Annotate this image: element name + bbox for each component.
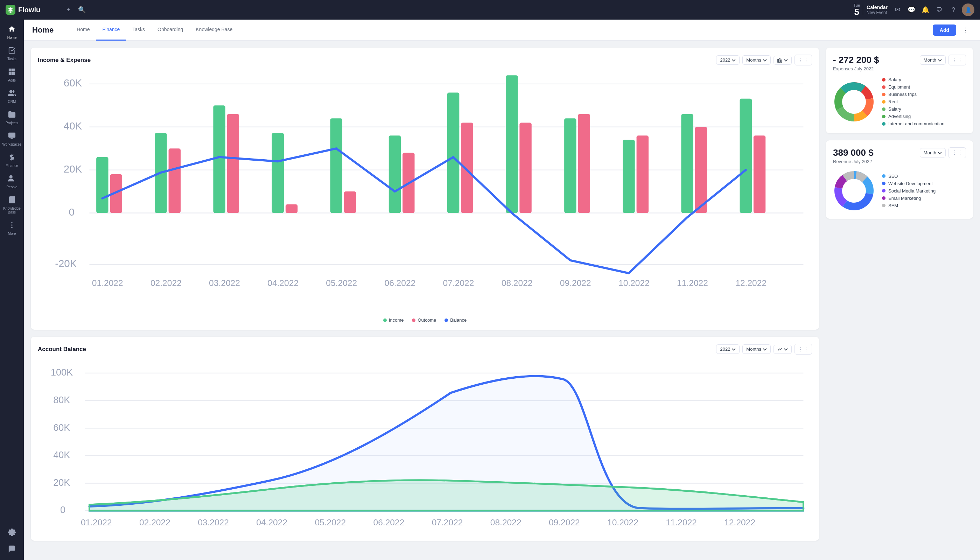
legend-outcome: Outcome — [412, 317, 436, 323]
legend-seo: SEO — [882, 173, 935, 179]
ab-chart-type[interactable] — [773, 345, 792, 354]
help-icon-button[interactable]: ? — [948, 4, 959, 15]
legend-social-media: Social Media Marketing — [882, 188, 935, 193]
svg-text:11.2022: 11.2022 — [666, 518, 697, 527]
svg-text:60K: 60K — [64, 77, 82, 88]
sidebar-item-projects[interactable]: Projects — [2, 108, 22, 128]
revenue-card: 389 000 $ Revenue July 2022 Month ⋮⋮ — [826, 140, 973, 219]
website-dev-dot — [882, 182, 885, 185]
tab-onboarding[interactable]: Onboarding — [151, 20, 189, 41]
grid-view-button[interactable]: ⋮⋮ — [795, 55, 812, 65]
tab-knowledge[interactable]: Knowledge Base — [189, 20, 239, 41]
ab-period-filter[interactable]: Months — [742, 344, 771, 354]
tab-finance[interactable]: Finance — [96, 20, 126, 41]
revenue-legend: SEO Website Development Social Media Mar… — [882, 173, 935, 208]
expenses-label: Expenses July 2022 — [833, 66, 879, 72]
page-title: Home — [32, 25, 53, 35]
calendar-widget[interactable]: Tue 5 Calendar New Event — [853, 3, 888, 17]
ab-grid-view[interactable]: ⋮⋮ — [795, 344, 812, 355]
svg-rect-30 — [227, 114, 239, 213]
sidebar-item-workspaces[interactable]: Workspaces — [2, 129, 22, 149]
bell-icon-button[interactable]: 🔔 — [920, 4, 931, 15]
income-expense-legend: Income Outcome Balance — [38, 317, 812, 323]
calendar-subtitle: New Event — [867, 10, 888, 15]
projects-icon — [8, 111, 16, 120]
svg-rect-44 — [637, 135, 648, 213]
svg-rect-47 — [740, 99, 752, 213]
sidebar-item-label: People — [6, 185, 17, 189]
sidebar: Home Tasks Agile CRM Projects — [0, 20, 24, 560]
internet-dot — [882, 122, 885, 126]
user-avatar[interactable]: 👤 — [962, 3, 974, 16]
calendar-info: Calendar New Event — [863, 5, 888, 15]
sidebar-item-feedback[interactable] — [2, 542, 22, 557]
svg-rect-32 — [286, 204, 298, 213]
svg-rect-41 — [564, 118, 576, 213]
logo[interactable]: Flowlu — [6, 5, 55, 15]
svg-rect-14 — [781, 60, 782, 62]
expenses-donut-section: Salary Equipment Business trips — [833, 77, 966, 127]
expenses-grid-btn[interactable]: ⋮⋮ — [948, 55, 966, 65]
svg-rect-40 — [519, 122, 531, 213]
comment-icon-button[interactable]: 🗩 — [934, 4, 945, 15]
sidebar-item-label: Home — [7, 36, 17, 40]
income-expense-card: Income & Expense 2022 Months — [31, 48, 819, 330]
sidebar-item-tasks[interactable]: Tasks — [2, 44, 22, 64]
search-button[interactable]: 🔍 — [76, 4, 88, 15]
more-options-button[interactable]: ⋮ — [959, 25, 972, 36]
sidebar-item-label: Knowledge Base — [3, 207, 21, 214]
svg-text:60K: 60K — [53, 422, 70, 433]
legend-equipment: Equipment — [882, 84, 944, 90]
legend-income: Income — [383, 317, 404, 323]
add-button[interactable]: Add — [933, 25, 956, 36]
feedback-icon — [8, 545, 16, 554]
sidebar-item-crm[interactable]: CRM — [2, 87, 22, 107]
svg-text:07.2022: 07.2022 — [432, 518, 463, 527]
revenue-stats: 389 000 $ Revenue July 2022 — [833, 147, 873, 164]
advertising-dot — [882, 115, 885, 118]
sidebar-item-home[interactable]: Home — [2, 22, 22, 42]
revenue-period-filter[interactable]: Month — [920, 148, 946, 158]
sidebar-item-knowledge[interactable]: Knowledge Base — [2, 193, 22, 217]
svg-rect-2 — [9, 72, 11, 75]
year-filter[interactable]: 2022 — [716, 55, 740, 65]
legend-email-marketing: Email Marketing — [882, 196, 935, 201]
sidebar-item-people[interactable]: People — [2, 172, 22, 192]
income-expense-svg: 60K 40K 20K 0 -20K — [38, 71, 812, 312]
email-marketing-dot — [882, 197, 885, 200]
sidebar-item-more[interactable]: More — [2, 218, 22, 238]
legend-business-trips: Business trips — [882, 92, 944, 97]
svg-text:08.2022: 08.2022 — [490, 518, 522, 527]
ab-year-filter[interactable]: 2022 — [716, 344, 740, 354]
finance-icon — [8, 153, 16, 163]
chat-icon-button[interactable]: 💬 — [906, 4, 917, 15]
sidebar-item-agile[interactable]: Agile — [2, 65, 22, 85]
svg-text:05.2022: 05.2022 — [315, 518, 346, 527]
legend-salary-2: Salary — [882, 107, 944, 112]
sem-dot — [882, 204, 885, 207]
svg-rect-38 — [461, 122, 473, 213]
income-expense-chart: 60K 40K 20K 0 -20K — [38, 71, 812, 313]
left-panels: Income & Expense 2022 Months — [31, 48, 819, 541]
tab-tasks[interactable]: Tasks — [126, 20, 151, 41]
svg-text:10.2022: 10.2022 — [618, 278, 650, 288]
svg-text:05.2022: 05.2022 — [326, 278, 357, 288]
expenses-period-filter[interactable]: Month — [920, 55, 946, 65]
mail-icon-button[interactable]: ✉ — [892, 4, 903, 15]
sidebar-item-finance[interactable]: Finance — [2, 150, 22, 170]
revenue-grid-btn[interactable]: ⋮⋮ — [948, 147, 966, 158]
period-filter[interactable]: Months — [742, 55, 771, 65]
income-expense-title: Income & Expense — [38, 57, 91, 64]
svg-point-4 — [10, 90, 12, 93]
sidebar-item-settings[interactable] — [2, 526, 22, 541]
add-button[interactable]: + — [63, 4, 74, 15]
svg-rect-13 — [779, 58, 780, 62]
svg-text:0: 0 — [68, 206, 74, 218]
chart-type-filter[interactable] — [773, 56, 792, 65]
tab-home[interactable]: Home — [70, 20, 96, 41]
topnav-right: ✉ 💬 🔔 🗩 ? 👤 — [892, 3, 974, 16]
main-layout: Home Tasks Agile CRM Projects — [0, 20, 980, 560]
svg-text:03.2022: 03.2022 — [209, 278, 240, 288]
svg-text:09.2022: 09.2022 — [560, 278, 591, 288]
svg-rect-42 — [578, 114, 590, 213]
